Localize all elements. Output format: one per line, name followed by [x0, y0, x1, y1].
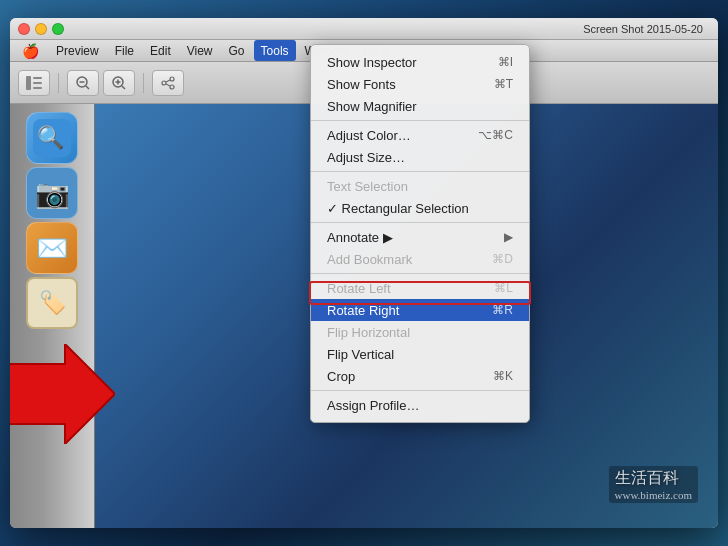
add-bookmark-label: Add Bookmark — [327, 252, 412, 267]
title-bar: Screen Shot 2015-05-20 — [10, 18, 718, 40]
zoom-in-icon — [112, 76, 126, 90]
svg-rect-0 — [26, 76, 31, 90]
menu-section-transform: Rotate Left ⌘L Rotate Right ⌘R Flip Hori… — [311, 274, 529, 391]
crop-label: Crop — [327, 369, 355, 384]
svg-rect-1 — [33, 77, 42, 79]
share-button[interactable] — [152, 70, 184, 96]
camera-icon: 📷 — [35, 177, 70, 210]
svg-text:🔍: 🔍 — [37, 124, 65, 151]
menu-item-add-bookmark[interactable]: Add Bookmark ⌘D — [311, 248, 529, 270]
svg-line-14 — [166, 80, 170, 82]
menu-item-rotate-right[interactable]: Rotate Right ⌘R — [311, 299, 529, 321]
menu-section-profile: Assign Profile… — [311, 391, 529, 419]
window-title: Screen Shot 2015-05-20 — [583, 23, 703, 35]
text-selection-label: Text Selection — [327, 179, 408, 194]
mail-icon: ✉️ — [36, 233, 68, 264]
menu-item-show-magnifier[interactable]: Show Magnifier — [311, 95, 529, 117]
maximize-button[interactable] — [52, 23, 64, 35]
menu-section-annotate: Annotate ▶ Add Bookmark ⌘D — [311, 223, 529, 274]
zoom-in-button[interactable] — [103, 70, 135, 96]
svg-point-13 — [170, 85, 174, 89]
menu-preview[interactable]: Preview — [49, 40, 106, 61]
annotate-submenu-arrow: ▶ — [504, 230, 513, 244]
menu-section-adjust: Adjust Color… ⌥⌘C Adjust Size… — [311, 121, 529, 172]
menu-item-adjust-size[interactable]: Adjust Size… — [311, 146, 529, 168]
minimize-button[interactable] — [35, 23, 47, 35]
show-fonts-shortcut: ⌘T — [494, 77, 513, 91]
show-inspector-shortcut: ⌘I — [498, 55, 513, 69]
menu-item-adjust-color[interactable]: Adjust Color… ⌥⌘C — [311, 124, 529, 146]
watermark-url: www.bimeiz.com — [615, 489, 693, 501]
menu-item-assign-profile[interactable]: Assign Profile… — [311, 394, 529, 416]
svg-line-6 — [86, 86, 89, 89]
flip-vertical-label: Flip Vertical — [327, 347, 394, 362]
menu-tools[interactable]: Tools — [254, 40, 296, 61]
zoom-out-button[interactable] — [67, 70, 99, 96]
dock-icon-stamps[interactable]: 🏷️ — [26, 277, 78, 329]
rotate-left-shortcut: ⌘L — [494, 281, 513, 295]
menu-item-flip-horizontal[interactable]: Flip Horizontal — [311, 321, 529, 343]
traffic-lights — [10, 23, 64, 35]
menu-item-rotate-left[interactable]: Rotate Left ⌘L — [311, 277, 529, 299]
menu-file[interactable]: File — [108, 40, 141, 61]
menu-item-annotate[interactable]: Annotate ▶ — [311, 226, 529, 248]
menu-view[interactable]: View — [180, 40, 220, 61]
menu-item-show-fonts[interactable]: Show Fonts ⌘T — [311, 73, 529, 95]
toolbar-separator-2 — [143, 73, 144, 93]
show-magnifier-label: Show Magnifier — [327, 99, 417, 114]
adjust-color-shortcut: ⌥⌘C — [478, 128, 513, 142]
watermark-chinese: 生活百科 — [615, 468, 693, 489]
assign-profile-label: Assign Profile… — [327, 398, 419, 413]
share-icon — [161, 76, 175, 90]
sidebar-icon — [26, 76, 42, 90]
rectangular-selection-label: ✓ Rectangular Selection — [327, 201, 469, 216]
crop-shortcut: ⌘K — [493, 369, 513, 383]
adjust-color-label: Adjust Color… — [327, 128, 411, 143]
svg-line-15 — [166, 84, 170, 86]
rotate-right-label: Rotate Right — [327, 303, 399, 318]
menu-item-flip-vertical[interactable]: Flip Vertical — [311, 343, 529, 365]
close-button[interactable] — [18, 23, 30, 35]
toolbar-separator — [58, 73, 59, 93]
svg-marker-18 — [10, 344, 115, 444]
watermark-area: 生活百科 www.bimeiz.com — [609, 466, 699, 503]
dock-icon-camera[interactable]: 📷 — [26, 167, 78, 219]
adjust-size-label: Adjust Size… — [327, 150, 405, 165]
svg-line-10 — [122, 86, 125, 89]
rotate-left-label: Rotate Left — [327, 281, 391, 296]
tools-dropdown-menu: Show Inspector ⌘I Show Fonts ⌘T Show Mag… — [310, 44, 530, 423]
stamps-icon: 🏷️ — [39, 290, 66, 316]
rotate-right-shortcut: ⌘R — [492, 303, 513, 317]
svg-rect-3 — [33, 87, 42, 89]
sidebar-toggle-button[interactable] — [18, 70, 50, 96]
zoom-out-icon — [76, 76, 90, 90]
menu-section-selection: Text Selection ✓ Rectangular Selection — [311, 172, 529, 223]
apple-menu[interactable]: 🍎 — [14, 40, 47, 61]
show-inspector-label: Show Inspector — [327, 55, 417, 70]
dock-sidebar: 🔍 📷 ✉️ 🏷️ — [10, 104, 95, 528]
menu-item-crop[interactable]: Crop ⌘K — [311, 365, 529, 387]
annotate-label: Annotate — [327, 230, 393, 245]
menu-item-text-selection[interactable]: Text Selection — [311, 175, 529, 197]
red-arrow — [10, 344, 115, 444]
menu-go[interactable]: Go — [222, 40, 252, 61]
svg-point-11 — [170, 77, 174, 81]
add-bookmark-shortcut: ⌘D — [492, 252, 513, 266]
show-fonts-label: Show Fonts — [327, 77, 396, 92]
dock-icon-finder[interactable]: 🔍 — [26, 112, 78, 164]
menu-item-rectangular-selection[interactable]: ✓ Rectangular Selection — [311, 197, 529, 219]
menu-section-show: Show Inspector ⌘I Show Fonts ⌘T Show Mag… — [311, 48, 529, 121]
svg-rect-2 — [33, 82, 42, 84]
dock-icons: 🔍 📷 ✉️ 🏷️ — [10, 104, 94, 337]
flip-horizontal-label: Flip Horizontal — [327, 325, 410, 340]
finder-icon: 🔍 — [33, 119, 71, 157]
menu-edit[interactable]: Edit — [143, 40, 178, 61]
dock-icon-mail[interactable]: ✉️ — [26, 222, 78, 274]
menu-item-show-inspector[interactable]: Show Inspector ⌘I — [311, 51, 529, 73]
red-arrow-container — [10, 344, 115, 448]
svg-point-12 — [162, 81, 166, 85]
